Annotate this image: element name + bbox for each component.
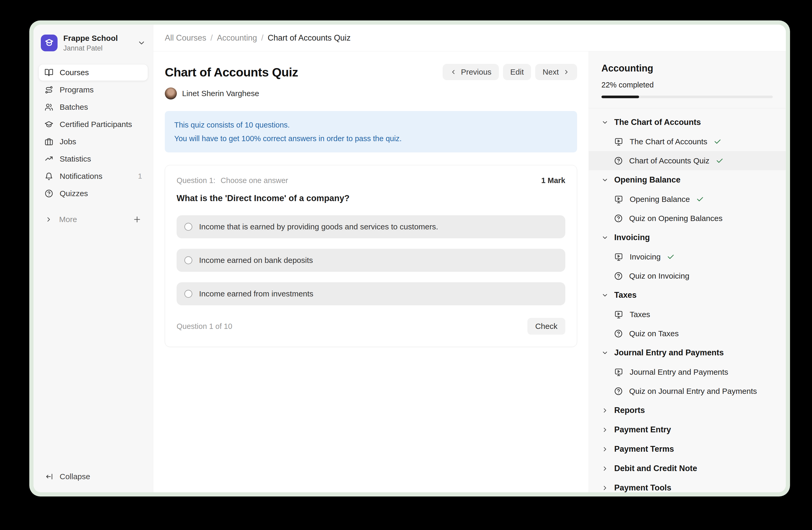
outline-quiz[interactable]: Quiz on Opening Balances [589,209,786,228]
outline-quiz[interactable]: Quiz on Invoicing [589,266,786,285]
book-open-icon [44,68,53,77]
sidebar-item-certified-participants[interactable]: Certified Participants [39,116,148,132]
sidebar-item-label: Jobs [60,137,76,146]
breadcrumb-accounting[interactable]: Accounting [217,33,257,43]
quiz-question-icon [614,329,623,338]
author-name: Linet Sherin Varghese [182,89,259,98]
course-progress-bar [601,96,773,98]
chevron-right-icon [601,485,608,491]
outline-section-payment-terms[interactable]: Payment Terms [589,440,786,459]
chevron-right-icon [601,465,608,472]
outline-section-debit-credit-note[interactable]: Debit and Credit Note [589,459,786,478]
previous-button[interactable]: Previous [443,64,499,80]
sidebar-item-label: Courses [60,68,89,77]
outline-section-reports[interactable]: Reports [589,401,786,420]
notice-line: This quiz consists of 10 questions. [174,120,568,130]
sidebar-item-label: Notifications [60,172,102,181]
lesson-video-icon [614,310,623,319]
chevron-down-icon [601,349,608,357]
pager-buttons: Previous Edit Next [443,64,577,80]
chevron-right-icon [601,446,608,453]
outline-lesson[interactable]: The Chart of Accounts [589,132,786,151]
collapse-sidebar-icon [45,472,53,481]
outline-section-payment-entry[interactable]: Payment Entry [589,420,786,440]
breadcrumb-all-courses[interactable]: All Courses [165,33,206,43]
lesson-video-icon [614,252,623,262]
outline-section-invoicing[interactable]: Invoicing [589,228,786,247]
author-avatar [165,87,177,99]
briefcase-icon [44,137,53,146]
outline-quiz[interactable]: Quiz on Journal Entry and Payments [589,381,786,401]
sidebar-item-courses[interactable]: Courses [39,65,148,81]
answer-option[interactable]: Income that is earned by providing goods… [177,215,565,238]
outline-section-taxes[interactable]: Taxes [589,285,786,305]
chevron-down-icon [601,292,608,299]
course-outline-sidebar: Accounting 22% completed The Chart of Ac… [589,51,786,492]
radio-button[interactable] [185,223,192,231]
workspace-title: Frappe School [63,33,118,43]
sidebar-item-batches[interactable]: Batches [39,99,148,115]
outline-lesson[interactable]: Opening Balance [589,190,786,209]
frappe-school-logo [41,34,58,51]
outline-section-chart-of-accounts[interactable]: The Chart of Accounts [589,113,786,132]
quiz-notice: This quiz consists of 10 questions. You … [165,111,577,152]
sidebar-item-quizzes[interactable]: Quizzes [39,185,148,201]
author-row: Linet Sherin Varghese [165,87,577,99]
outline-section-payment-tools[interactable]: Payment Tools [589,478,786,492]
chevron-down-icon [601,177,608,184]
completed-check-icon [716,157,724,165]
breadcrumb: All Courses / Accounting / Chart of Acco… [153,25,786,51]
chevron-right-icon [563,69,570,75]
answer-option[interactable]: Income earned from investments [177,282,565,305]
check-button[interactable]: Check [527,318,565,335]
bell-icon [44,172,53,181]
outline-quiz-current[interactable]: Chart of Accounts Quiz [589,151,786,170]
collapse-label: Collapse [60,472,90,481]
radio-button[interactable] [185,256,192,264]
plus-icon[interactable] [133,215,142,224]
answer-option[interactable]: Income earned on bank deposits [177,249,565,272]
chevron-right-icon [45,216,52,223]
app-frame: Frappe School Jannat Patel Courses Progr… [33,25,786,492]
outline-lesson[interactable]: Invoicing [589,247,786,266]
option-label: Income earned from investments [199,289,314,298]
radio-button[interactable] [185,290,192,298]
quiz-question-icon [614,214,623,223]
app-window: Frappe School Jannat Patel Courses Progr… [29,20,790,497]
sidebar-item-jobs[interactable]: Jobs [39,134,148,150]
outline-lesson[interactable]: Taxes [589,305,786,324]
chevron-down-icon [137,39,146,47]
page-title: Chart of Accounts Quiz [165,65,298,79]
question-marks: 1 Mark [541,176,565,185]
outline-quiz[interactable]: Quiz on Taxes [589,324,786,343]
outline-section-opening-balance[interactable]: Opening Balance [589,170,786,190]
sidebar-item-statistics[interactable]: Statistics [39,151,148,167]
option-label: Income that is earned by providing goods… [199,222,438,231]
sidebar-item-programs[interactable]: Programs [39,82,148,98]
answer-options: Income that is earned by providing goods… [177,215,565,305]
next-button[interactable]: Next [535,64,577,80]
notification-count-badge: 1 [138,172,142,180]
chevron-down-icon [601,119,608,126]
outline-section-journal-entry[interactable]: Journal Entry and Payments [589,343,786,362]
sidebar-item-label: Programs [60,85,93,94]
more-label: More [59,215,77,224]
chevron-right-icon [601,407,608,414]
course-progress-text: 22% completed [589,81,786,89]
question-text: What is the 'Direct Income' of a company… [177,193,565,203]
course-progress-fill [601,96,639,98]
sidebar-more-toggle[interactable]: More [39,212,148,227]
sidebar-item-notifications[interactable]: Notifications 1 [39,168,148,184]
sidebar-item-label: Statistics [60,154,91,163]
lesson-video-icon [614,137,623,147]
outline-lesson[interactable]: Journal Entry and Payments [589,362,786,381]
workspace-switcher[interactable]: Frappe School Jannat Patel [39,33,148,52]
workspace-user: Jannat Patel [63,44,118,52]
quiz-question-icon [614,271,623,280]
question-number: Question 1: [177,176,215,185]
sidebar-collapse-button[interactable]: Collapse [39,469,148,485]
main-column: All Courses / Accounting / Chart of Acco… [153,25,786,492]
left-sidebar: Frappe School Jannat Patel Courses Progr… [33,25,153,492]
edit-button[interactable]: Edit [503,64,531,80]
course-outline: The Chart of Accounts The Chart of Accou… [589,113,786,492]
